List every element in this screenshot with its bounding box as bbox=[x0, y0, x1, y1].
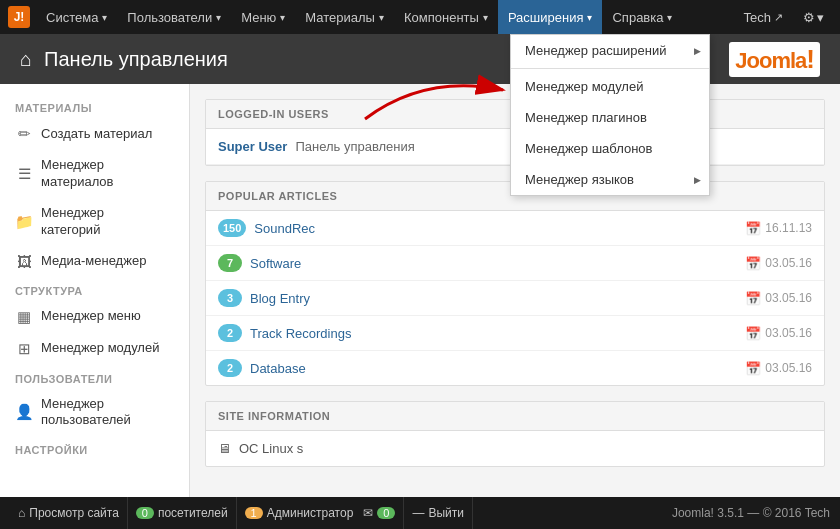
article-date: 📅 03.05.16 bbox=[745, 326, 812, 341]
sidebar-item-users-manager[interactable]: 👤 Менеджерпользователей bbox=[0, 389, 189, 437]
dropdown-item-modules-manager[interactable]: Менеджер модулей bbox=[511, 71, 709, 102]
calendar-icon: 📅 bbox=[745, 221, 761, 236]
article-title[interactable]: Blog Entry bbox=[250, 291, 745, 306]
user-name[interactable]: Super User bbox=[218, 139, 287, 154]
dash-icon: — bbox=[412, 506, 424, 520]
article-date: 📅 16.11.13 bbox=[745, 221, 812, 236]
gear-icon: ⚙ bbox=[803, 10, 815, 25]
footer-visitors[interactable]: 0 посетителей bbox=[128, 497, 237, 529]
footer-view-site[interactable]: ⌂ Просмотр сайта bbox=[10, 497, 128, 529]
email-badge: 0 bbox=[377, 507, 395, 519]
external-link-icon: ↗ bbox=[774, 11, 783, 24]
top-navigation: J! Система ▾ Пользователи ▾ Меню ▾ Матер… bbox=[0, 0, 840, 34]
sidebar-section-struktura: СТРУКТУРА bbox=[0, 277, 189, 301]
calendar-icon: 📅 bbox=[745, 256, 761, 271]
monitor-icon: 🖥 bbox=[218, 441, 231, 456]
page-title: Панель управления bbox=[44, 48, 228, 71]
visitors-badge: 0 bbox=[136, 507, 154, 519]
top-nav-right: Tech ↗ ⚙ ▾ bbox=[736, 0, 832, 34]
folder-icon: 📁 bbox=[15, 213, 33, 231]
article-date: 📅 03.05.16 bbox=[745, 256, 812, 271]
header-bar: ⌂ Панель управления Joomla! bbox=[0, 34, 840, 84]
article-title[interactable]: Track Recordings bbox=[250, 326, 745, 341]
sidebar-item-create-article[interactable]: ✏ Создать материал bbox=[0, 118, 189, 150]
sidebar-item-media-manager[interactable]: 🖼 Медиа-менеджер bbox=[0, 246, 189, 277]
caret-icon: ▾ bbox=[102, 12, 107, 23]
calendar-icon: 📅 bbox=[745, 291, 761, 306]
article-count-badge: 2 bbox=[218, 324, 242, 342]
footer-admin[interactable]: 1 Администратор ✉ 0 bbox=[237, 497, 405, 529]
site-info-panel: SITE INFORMATION 🖥 OC Linux s bbox=[205, 401, 825, 467]
article-count-badge: 3 bbox=[218, 289, 242, 307]
calendar-icon: 📅 bbox=[745, 326, 761, 341]
article-row: 2 Track Recordings 📅 03.05.16 bbox=[206, 316, 824, 351]
footer: ⌂ Просмотр сайта 0 посетителей 1 Админис… bbox=[0, 497, 840, 529]
article-date: 📅 03.05.16 bbox=[745, 291, 812, 306]
article-row: 2 Database 📅 03.05.16 bbox=[206, 351, 824, 385]
site-os-row: 🖥 OC Linux s bbox=[206, 431, 824, 466]
popular-articles-panel: POPULAR ARTICLES 150 SoundRec 📅 16.11.13… bbox=[205, 181, 825, 386]
edit-icon: ✏ bbox=[15, 125, 33, 143]
article-date: 📅 03.05.16 bbox=[745, 361, 812, 376]
dropdown-divider bbox=[511, 68, 709, 69]
article-title[interactable]: Software bbox=[250, 256, 745, 271]
top-nav-left: J! Система ▾ Пользователи ▾ Меню ▾ Матер… bbox=[8, 0, 736, 34]
sidebar-section-users: ПОЛЬЗОВАТЕЛИ bbox=[0, 365, 189, 389]
article-count-badge: 7 bbox=[218, 254, 242, 272]
sidebar: МАТЕРИАЛЫ ✏ Создать материал ☰ Менеджерм… bbox=[0, 84, 190, 497]
article-title[interactable]: SoundRec bbox=[254, 221, 745, 236]
sidebar-item-menu-manager[interactable]: ▦ Менеджер меню bbox=[0, 301, 189, 333]
caret-icon: ▾ bbox=[667, 12, 672, 23]
sidebar-section-materialy: МАТЕРИАЛЫ bbox=[0, 94, 189, 118]
nav-komponenty[interactable]: Компоненты ▾ bbox=[394, 0, 498, 34]
dropdown-item-languages-manager[interactable]: Менеджер языков bbox=[511, 164, 709, 195]
admin-badge: 1 bbox=[245, 507, 263, 519]
footer-logout[interactable]: — Выйти bbox=[404, 497, 473, 529]
caret-icon: ▾ bbox=[587, 12, 592, 23]
dropdown-item-plugins-manager[interactable]: Менеджер плагинов bbox=[511, 102, 709, 133]
site-info-header: SITE INFORMATION bbox=[206, 402, 824, 431]
caret-icon: ▾ bbox=[280, 12, 285, 23]
sidebar-section-settings: НАСТРОЙКИ bbox=[0, 436, 189, 460]
user-icon: 👤 bbox=[15, 403, 33, 421]
popular-articles-body: 150 SoundRec 📅 16.11.13 7 Software 📅 03.… bbox=[206, 211, 824, 385]
envelope-icon: ✉ bbox=[363, 506, 373, 520]
home-icon: ⌂ bbox=[20, 48, 32, 71]
home-icon: ⌂ bbox=[18, 506, 25, 520]
article-row: 7 Software 📅 03.05.16 bbox=[206, 246, 824, 281]
sidebar-item-categories-manager[interactable]: 📁 Менеджеркатегорий bbox=[0, 198, 189, 246]
modules-icon: ⊞ bbox=[15, 340, 33, 358]
dropdown-item-ext-manager[interactable]: Менеджер расширений bbox=[511, 35, 709, 66]
calendar-icon: 📅 bbox=[745, 361, 761, 376]
caret-icon: ▾ bbox=[483, 12, 488, 23]
settings-button[interactable]: ⚙ ▾ bbox=[795, 0, 832, 34]
article-row: 150 SoundRec 📅 16.11.13 bbox=[206, 211, 824, 246]
nav-spravka[interactable]: Справка ▾ bbox=[602, 0, 682, 34]
nav-menu[interactable]: Меню ▾ bbox=[231, 0, 295, 34]
menu-icon: ▦ bbox=[15, 308, 33, 326]
article-count-badge: 2 bbox=[218, 359, 242, 377]
caret-icon: ▾ bbox=[216, 12, 221, 23]
sidebar-item-articles-manager[interactable]: ☰ Менеджерматериалов bbox=[0, 150, 189, 198]
nav-sistema[interactable]: Система ▾ bbox=[36, 0, 117, 34]
sidebar-item-modules-manager[interactable]: ⊞ Менеджер модулей bbox=[0, 333, 189, 365]
caret-icon: ▾ bbox=[817, 10, 824, 25]
site-info-body: 🖥 OC Linux s bbox=[206, 431, 824, 466]
caret-icon: ▾ bbox=[379, 12, 384, 23]
user-location: Панель управления bbox=[295, 139, 414, 154]
main-layout: МАТЕРИАЛЫ ✏ Создать материал ☰ Менеджерм… bbox=[0, 84, 840, 497]
tech-user-button[interactable]: Tech ↗ bbox=[736, 0, 791, 34]
joomla-admin-logo: J! bbox=[8, 6, 30, 28]
article-count-badge: 150 bbox=[218, 219, 246, 237]
article-title[interactable]: Database bbox=[250, 361, 745, 376]
joomla-logo: Joomla! bbox=[729, 42, 820, 77]
nav-polzovateli[interactable]: Пользователи ▾ bbox=[117, 0, 231, 34]
list-icon: ☰ bbox=[15, 165, 33, 183]
nav-rasshireniya[interactable]: Расширения ▾ bbox=[498, 0, 603, 34]
nav-materialy[interactable]: Материалы ▾ bbox=[295, 0, 394, 34]
extensions-dropdown-menu: Менеджер расширений Менеджер модулей Мен… bbox=[510, 34, 710, 196]
image-icon: 🖼 bbox=[15, 253, 33, 270]
dropdown-item-templates-manager[interactable]: Менеджер шаблонов bbox=[511, 133, 709, 164]
footer-version: Joomla! 3.5.1 — © 2016 Tech bbox=[672, 506, 830, 520]
article-row: 3 Blog Entry 📅 03.05.16 bbox=[206, 281, 824, 316]
